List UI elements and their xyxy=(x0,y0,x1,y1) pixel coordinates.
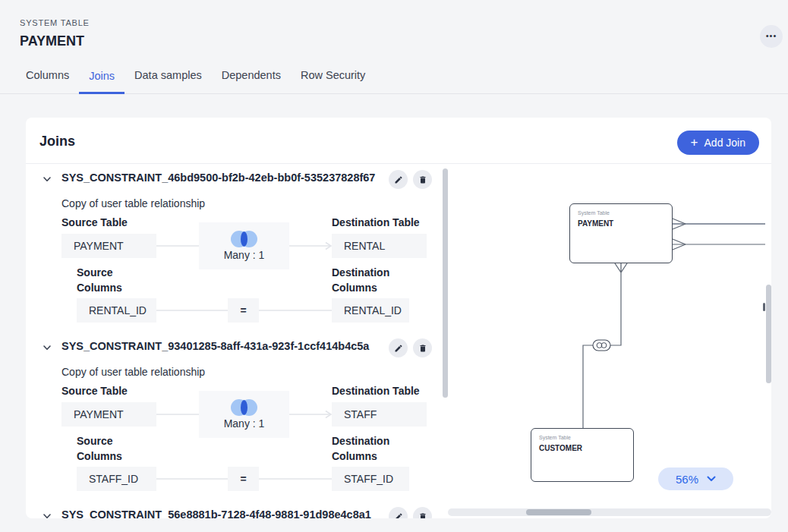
zoom-level-value: 56% xyxy=(676,473,698,486)
diagram-node-payment[interactable]: System Table PAYMENT xyxy=(569,203,673,263)
edit-join-button[interactable] xyxy=(389,170,408,189)
tab-row-security[interactable]: Row Security xyxy=(291,67,375,93)
join-operator: = xyxy=(228,467,259,491)
join-row: SYS_CONSTRAINT_46bd9500-bf2b-42eb-bb0f-5… xyxy=(26,171,436,339)
join-name: SYS_CONSTRAINT_93401285-8aff-431a-923f-1… xyxy=(61,340,369,352)
joins-panel-title: Joins xyxy=(39,134,75,150)
source-table-value: PAYMENT xyxy=(61,402,156,427)
joins-card: Joins + Add Join SYS_CONSTRAINT_46bd9500… xyxy=(26,118,771,518)
edit-join-button[interactable] xyxy=(389,338,408,357)
destination-table-value: STAFF xyxy=(332,402,427,427)
joins-list-scrollbar[interactable] xyxy=(443,168,448,398)
cardinality-box: Many : 1 xyxy=(199,391,289,438)
diagram-node-customer[interactable]: System Table CUSTOMER xyxy=(531,428,634,482)
add-join-label: Add Join xyxy=(704,137,745,149)
join-operator: = xyxy=(228,298,259,323)
destination-table-label: Destination Table xyxy=(332,215,420,230)
destination-column-value: STAFF_ID xyxy=(332,467,409,491)
tab-columns[interactable]: Columns xyxy=(16,67,79,93)
connector-arrow xyxy=(289,241,333,250)
pencil-icon xyxy=(394,175,403,184)
destination-columns-label: Destination Columns xyxy=(332,433,397,464)
tab-joins[interactable]: Joins xyxy=(79,68,125,94)
connector-arrow xyxy=(289,410,333,419)
chevron-down-icon[interactable] xyxy=(42,174,52,184)
diagram-vertical-scrollbar[interactable] xyxy=(766,285,771,383)
connector-line xyxy=(156,241,199,250)
destination-table-value: RENTAL xyxy=(332,234,427,258)
connector-line xyxy=(259,474,332,483)
delete-join-button[interactable] xyxy=(413,338,432,357)
connector-line xyxy=(156,410,199,419)
pencil-icon xyxy=(394,512,403,519)
join-description: Copy of user table relationship xyxy=(61,366,205,378)
trash-icon xyxy=(418,512,427,519)
source-columns-label: Source Columns xyxy=(77,433,142,464)
more-menu-button[interactable]: ••• xyxy=(760,25,783,48)
source-column-value: RENTAL_ID xyxy=(77,298,156,323)
source-column-value: STAFF_ID xyxy=(77,467,156,491)
trash-icon xyxy=(418,344,427,353)
tab-bar: Columns Joins Data samples Dependents Ro… xyxy=(0,67,788,94)
plus-icon: + xyxy=(691,136,698,149)
join-name: SYS_CONSTRAINT_46bd9500-bf2b-42eb-bb0f-5… xyxy=(61,172,375,184)
join-row: SYS_CONSTRAINT_56e8881b-7128-4f48-9881-9… xyxy=(26,508,436,518)
page-header: SYSTEM TABLE PAYMENT xyxy=(20,18,90,49)
destination-columns-label: Destination Columns xyxy=(332,265,397,295)
connector-line xyxy=(156,474,228,483)
ellipsis-icon: ••• xyxy=(766,32,777,40)
node-type-label: System Table xyxy=(539,435,626,440)
destination-table-label: Destination Table xyxy=(332,383,420,398)
zoom-level-dropdown[interactable]: 56% xyxy=(658,467,733,490)
panel-resize-handle[interactable] xyxy=(763,303,765,311)
table-type-eyebrow: SYSTEM TABLE xyxy=(20,18,90,27)
relationship-diagram[interactable]: System Table PAYMENT System Table CUSTOM… xyxy=(450,164,765,518)
connector-line xyxy=(156,306,228,315)
tab-dependents[interactable]: Dependents xyxy=(212,67,291,93)
chevron-down-icon[interactable] xyxy=(42,511,52,518)
connector-line xyxy=(259,306,332,315)
pencil-icon xyxy=(394,344,403,353)
node-name: CUSTOMER xyxy=(539,444,626,452)
node-type-label: System Table xyxy=(578,210,664,216)
add-join-button[interactable]: + Add Join xyxy=(677,131,759,155)
delete-join-button[interactable] xyxy=(413,170,432,189)
venn-diagram-icon xyxy=(231,231,257,247)
trash-icon xyxy=(418,175,427,184)
source-table-label: Source Table xyxy=(61,383,128,398)
page: SYSTEM TABLE PAYMENT ••• Columns Joins D… xyxy=(0,0,788,532)
diagram-horizontal-scrollbar-track xyxy=(448,508,771,516)
edit-join-button[interactable] xyxy=(389,507,408,518)
page-title: PAYMENT xyxy=(20,33,90,49)
source-columns-label: Source Columns xyxy=(77,265,142,295)
join-name: SYS_CONSTRAINT_56e8881b-7128-4f48-9881-9… xyxy=(61,508,371,518)
destination-column-value: RENTAL_ID xyxy=(332,298,409,323)
diagram-horizontal-scrollbar[interactable] xyxy=(526,509,591,515)
venn-diagram-icon xyxy=(231,399,257,416)
source-table-value: PAYMENT xyxy=(61,234,156,258)
node-name: PAYMENT xyxy=(578,219,664,228)
delete-join-button[interactable] xyxy=(413,507,432,518)
tab-data-samples[interactable]: Data samples xyxy=(125,67,212,93)
source-table-label: Source Table xyxy=(61,215,128,230)
cardinality-label: Many : 1 xyxy=(224,417,265,430)
cardinality-box: Many : 1 xyxy=(199,222,289,269)
chevron-down-icon xyxy=(707,476,716,482)
join-description: Copy of user table relationship xyxy=(61,197,205,209)
cardinality-label: Many : 1 xyxy=(224,249,265,261)
chevron-down-icon[interactable] xyxy=(42,342,52,353)
join-row: SYS_CONSTRAINT_93401285-8aff-431a-923f-1… xyxy=(26,339,436,508)
